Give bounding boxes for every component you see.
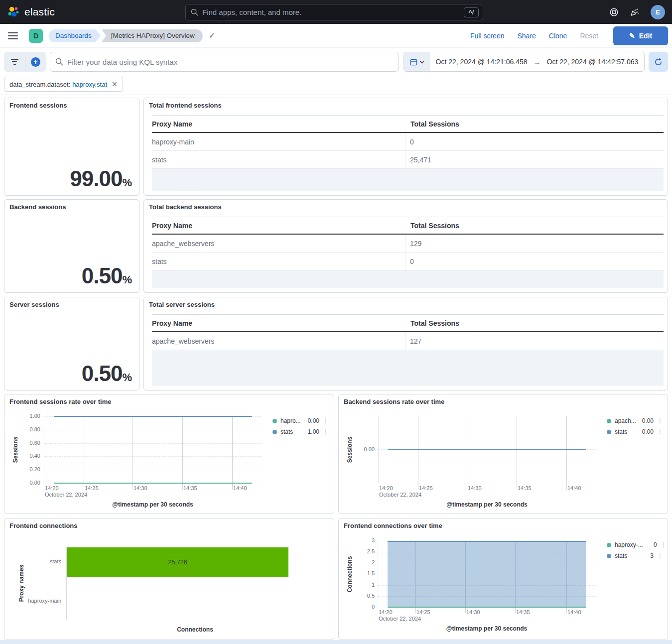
- x-tick: 14:35: [516, 609, 530, 615]
- date-from[interactable]: Oct 22, 2024 @ 14:21:06.458: [436, 58, 528, 66]
- breadcrumb-current: [Metrics HAProxy] Overview: [102, 29, 203, 42]
- news-button[interactable]: [630, 7, 640, 17]
- full-screen-button[interactable]: Full screen: [470, 32, 504, 40]
- user-avatar[interactable]: E: [651, 5, 665, 19]
- column-header-proxy-name: Proxy Name: [152, 116, 406, 132]
- y-axis-label: Connections: [346, 556, 353, 593]
- data-table: Proxy Name Total Sessions apache_webserv…: [152, 217, 664, 288]
- legend-item-actions-icon[interactable]: ⋮: [657, 417, 663, 424]
- legend-item[interactable]: stats 1.00 ⋮: [272, 427, 328, 436]
- bottom-strip: [0, 640, 672, 644]
- x-axis-label: @timestamp per 30 seconds: [44, 501, 262, 508]
- panel-total-server-sessions: Total server sessions Proxy Name Total S…: [143, 297, 668, 390]
- chart-title: Frontend sessions rate over time: [9, 398, 111, 405]
- kibana-dashboard-screen: elastic ^/: [0, 0, 672, 644]
- kql-search-bar[interactable]: [50, 52, 399, 72]
- y-tick: 2.5: [353, 548, 375, 554]
- refresh-button[interactable]: [649, 52, 668, 72]
- help-button[interactable]: [609, 7, 619, 17]
- date-picker-calendar-button[interactable]: [404, 52, 430, 71]
- filter-icon: [11, 59, 18, 65]
- metric-value: 0.50%: [82, 361, 132, 386]
- global-search-input[interactable]: [202, 8, 464, 16]
- date-picker: Oct 22, 2024 @ 14:21:06.458 → Oct 22, 20…: [403, 52, 645, 72]
- area-series-stats: [388, 541, 586, 607]
- filter-menu-button[interactable]: [4, 52, 25, 72]
- global-search[interactable]: ^/: [185, 4, 483, 20]
- dashboards-app-badge[interactable]: D: [29, 29, 43, 43]
- metric-value: 0.50%: [82, 263, 132, 288]
- x-tick: 14:30: [468, 485, 482, 491]
- x-tick: 14:40: [567, 485, 581, 491]
- breadcrumb-dashboards[interactable]: Dashboards: [49, 29, 101, 42]
- reset-button[interactable]: Reset: [580, 32, 598, 40]
- table-header: Proxy Name Total Sessions: [152, 314, 664, 332]
- panel-total-frontend-sessions: Total frontend sessions Proxy Name Total…: [143, 98, 668, 196]
- legend-item[interactable]: stats 0.00 ⋮: [607, 427, 663, 436]
- legend-item-actions-icon[interactable]: ⋮: [323, 428, 328, 435]
- panel-title: Server sessions: [9, 301, 59, 308]
- x-tick: 14:25: [85, 485, 99, 491]
- panel-server-sessions-metric: Server sessions 0.50%: [4, 297, 139, 390]
- life-ring-icon: [609, 7, 619, 17]
- date-to[interactable]: Oct 22, 2024 @ 14:42:57.063: [547, 58, 639, 66]
- x-tick: 14:20: [45, 485, 59, 491]
- filter-pill[interactable]: data_stream.dataset: haproxy.stat ✕: [4, 77, 123, 92]
- legend-item-actions-icon[interactable]: ⋮: [657, 428, 663, 435]
- table-row: apache_webservers 127: [152, 332, 664, 350]
- search-icon: [191, 8, 198, 16]
- y-tick: 3: [353, 537, 375, 543]
- legend-item[interactable]: apach... 0.00 ⋮: [607, 416, 663, 425]
- y-tick: 0.20: [18, 466, 40, 472]
- panel-title: Frontend sessions: [9, 102, 67, 109]
- date-range: Oct 22, 2024 @ 14:21:06.458 → Oct 22, 20…: [430, 52, 644, 71]
- global-header: elastic ^/: [0, 0, 672, 24]
- data-table: Proxy Name Total Sessions apache_webserv…: [152, 314, 664, 386]
- panel-total-backend-sessions: Total backend sessions Proxy Name Total …: [143, 199, 668, 293]
- bar-value-label: 25,726: [67, 547, 288, 577]
- x-tick: 14:40: [233, 485, 247, 491]
- column-header-total-sessions: Total Sessions: [406, 319, 664, 327]
- table-footer: [152, 350, 664, 386]
- y-axis-label: Sessions: [346, 437, 353, 463]
- kql-input[interactable]: [67, 58, 393, 66]
- bar-stats: 25,726: [67, 547, 288, 577]
- elastic-logo[interactable]: elastic: [7, 5, 55, 18]
- legend-item[interactable]: stats 3 ⋮: [607, 551, 663, 560]
- edit-button[interactable]: ✎ Edit: [613, 26, 668, 45]
- share-button[interactable]: Share: [517, 32, 536, 40]
- panel-frontend-sessions-metric: Frontend sessions 99.00%: [4, 98, 139, 196]
- plot-area: [378, 541, 596, 607]
- legend-item-actions-icon[interactable]: ⋮: [661, 541, 666, 548]
- y-tick: 0.00: [353, 446, 375, 452]
- legend-item-actions-icon[interactable]: ⋮: [323, 417, 328, 424]
- x-tick: 14:30: [134, 485, 147, 491]
- legend-color-dot: [272, 430, 277, 434]
- legend-item-actions-icon[interactable]: ⋮: [657, 552, 663, 559]
- app-toolbar: D Dashboards [Metrics HAProxy] Overview …: [0, 24, 672, 48]
- x-axis-date-label: October 22, 2024: [379, 616, 421, 622]
- y-tick: 0.60: [18, 440, 40, 446]
- party-popper-icon: [630, 7, 640, 17]
- x-axis-date-label: October 22, 2024: [379, 492, 421, 498]
- panel-backend-sessions-metric: Backend sessions 0.50%: [4, 199, 139, 293]
- clone-button[interactable]: Clone: [549, 32, 567, 40]
- metric-value: 99.00%: [70, 166, 132, 191]
- legend-item[interactable]: hapro... 0.00 ⋮: [272, 416, 328, 425]
- brand-text: elastic: [24, 6, 55, 18]
- chart-title: Backend sessions rate over time: [344, 398, 444, 405]
- checkmark-icon[interactable]: ✓: [209, 31, 215, 40]
- legend-item[interactable]: haproxy-... 0 ⋮: [607, 540, 663, 549]
- table-row: stats 25,471: [152, 151, 664, 169]
- table-footer: [152, 270, 664, 288]
- category-label-stats: stats: [4, 558, 61, 564]
- x-tick: 14:20: [379, 485, 393, 491]
- x-tick: 14:40: [567, 609, 581, 615]
- close-icon[interactable]: ✕: [112, 80, 118, 88]
- arrow-right-icon: →: [534, 58, 541, 66]
- add-filter-button[interactable]: +: [25, 52, 46, 72]
- panel-frontend-sessions-rate-chart: Frontend sessions rate over time Session…: [4, 394, 334, 514]
- panel-title: Total server sessions: [149, 301, 215, 308]
- menu-toggle-button[interactable]: [8, 32, 18, 39]
- filter-bar: + Oct 22, 2024 @ 14:2: [0, 48, 672, 95]
